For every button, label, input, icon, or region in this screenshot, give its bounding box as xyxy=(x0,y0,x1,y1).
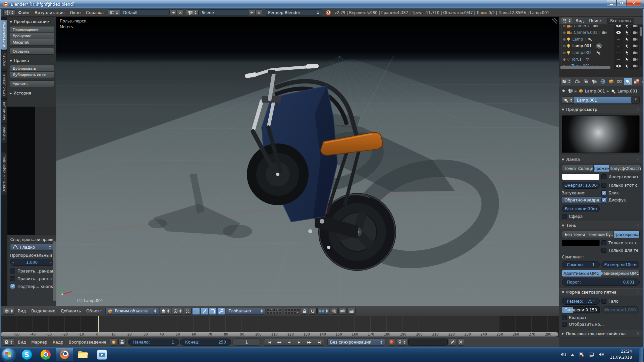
jump-to-start-button[interactable]: |◀ xyxy=(264,339,274,346)
spot-size-slider[interactable]: Размер:75° xyxy=(562,298,600,305)
outliner-row-lamp.001[interactable]: ⊕Lamp.001| xyxy=(559,43,639,49)
layer-cell[interactable] xyxy=(267,311,270,314)
taskbar-app-skype[interactable]: S xyxy=(18,348,36,361)
delete-scene-button[interactable]: × xyxy=(255,9,262,16)
shelf-panel-header-история[interactable]: ▶История⠿ xyxy=(7,89,56,97)
diffuse-checkbox[interactable] xyxy=(601,197,606,202)
opengl-render-button[interactable] xyxy=(338,308,347,315)
lamp-type-солнце[interactable]: Солнце xyxy=(578,165,594,172)
shelf-panel-header-преобразование[interactable]: ▼Преобразование⠿ xyxy=(7,18,56,25)
selectability-toggle[interactable] xyxy=(623,63,631,69)
translate-manipulator-button[interactable] xyxy=(201,308,208,315)
renderability-toggle[interactable] xyxy=(631,49,639,56)
shadow-color-swatch[interactable] xyxy=(562,240,600,246)
delete-layout-button[interactable]: × xyxy=(177,9,184,16)
minimize-button[interactable] xyxy=(607,0,616,6)
specular-checkbox[interactable] xyxy=(601,190,606,195)
expand-icon[interactable]: ⊕ xyxy=(563,58,566,61)
mode-dropdown[interactable]: Режим объекта xyxy=(105,308,159,315)
next-keyframe-button[interactable]: ▶▶ xyxy=(304,339,314,346)
lamp-type-прожект[interactable]: Прожект xyxy=(594,165,609,172)
soft-size-slider[interactable]: ◂Размер м:10cm▸ xyxy=(601,261,639,268)
outliner-hscrollbar[interactable] xyxy=(560,66,610,69)
shelf-button-масштаб[interactable]: Масштаб xyxy=(10,39,54,46)
shadows-only-checkbox[interactable] xyxy=(601,248,606,253)
renderability-toggle[interactable] xyxy=(631,36,639,43)
energy-slider[interactable]: ◂Энергия: 1.000▸ xyxy=(562,182,600,189)
visibility-toggle[interactable] xyxy=(614,56,623,63)
lock-to-scene-button[interactable] xyxy=(301,308,308,315)
data-crumb-label[interactable]: Lamp.001 xyxy=(618,89,638,94)
keying-set-field[interactable] xyxy=(408,339,448,346)
hidden-icons-button[interactable] xyxy=(571,353,575,356)
properties-editor-selector[interactable] xyxy=(560,78,572,85)
edit-space-checkbox[interactable] xyxy=(10,276,15,281)
current-frame-indicator[interactable] xyxy=(98,316,99,332)
current-frame-field[interactable]: 1 xyxy=(232,339,261,346)
clock[interactable]: 22:24 11.09.2018 xyxy=(610,349,632,360)
snap-target-button[interactable] xyxy=(330,308,338,315)
scene-field[interactable]: Scene xyxy=(199,9,248,16)
taskbar-app-movie-maker[interactable] xyxy=(93,348,111,361)
play-reverse-button[interactable]: ◀ xyxy=(284,339,294,346)
add-layout-button[interactable]: + xyxy=(170,9,177,16)
properties-tab-scene[interactable] xyxy=(590,78,598,85)
shadow-mode-без-теней[interactable]: Без теней xyxy=(562,231,588,238)
lamp-type-полусф[interactable]: Полусф xyxy=(609,165,625,172)
selectability-toggle[interactable] xyxy=(623,43,631,49)
view3d-menu-добавить[interactable]: Добавить xyxy=(58,309,84,313)
tool-tab-отношения[interactable]: Отношения xyxy=(1,72,7,99)
confirm-buttons-checkbox[interactable] xyxy=(10,284,15,289)
pivot-align-toggle[interactable] xyxy=(184,308,192,315)
layer-cell[interactable] xyxy=(290,308,293,311)
record-button[interactable] xyxy=(388,339,395,346)
3d-viewport[interactable]: Польз.-персп. Meters (1) Lamp.001 xyxy=(56,17,559,306)
distance-slider[interactable]: ◂Расстояни:30m▸ xyxy=(562,205,600,212)
pivot-dropdown[interactable] xyxy=(172,308,183,315)
fake-user-button[interactable]: F xyxy=(632,97,640,104)
visibility-toggle[interactable] xyxy=(614,36,623,43)
preview-range-button[interactable] xyxy=(110,339,117,346)
layer-cell[interactable] xyxy=(279,311,282,314)
properties-tab-constraints[interactable] xyxy=(615,78,624,85)
object-name[interactable]: Lamp xyxy=(572,37,583,42)
layer-cell[interactable] xyxy=(287,308,290,311)
tool-tab-анимация[interactable]: Анимация xyxy=(1,99,7,123)
preview-panel-header[interactable]: ▼Предпросмотр⠿ xyxy=(559,106,643,113)
sync-dropdown[interactable]: Без синхронизации xyxy=(327,339,385,346)
info-menu-файл[interactable]: Файл xyxy=(15,10,32,15)
shelf-button-перемещение[interactable]: Перемещение xyxy=(10,26,54,33)
selectability-toggle[interactable] xyxy=(623,36,631,43)
visibility-toggle[interactable] xyxy=(614,49,623,56)
shadow-this-layer-checkbox[interactable] xyxy=(601,240,606,245)
add-scene-button[interactable]: + xyxy=(248,9,255,16)
outliner-row-camera[interactable]: ⊕Camera| xyxy=(559,25,639,29)
shelf-button-отразить[interactable]: Отразить xyxy=(10,48,54,55)
action-center-icon[interactable] xyxy=(579,352,584,357)
timeline-menu-маркер[interactable]: Маркер xyxy=(29,340,50,345)
shelf-button-дублировать-со-св-[interactable]: Дублировать со св... xyxy=(10,72,54,78)
negative-checkbox[interactable] xyxy=(601,174,606,179)
layer-cell[interactable] xyxy=(273,308,276,311)
expand-icon[interactable]: ⊕ xyxy=(563,51,566,55)
layer-cell[interactable] xyxy=(279,308,282,311)
rotate-manipulator-button[interactable] xyxy=(209,308,217,315)
scale-manipulator-button[interactable] xyxy=(217,308,225,315)
lamp-panel-header[interactable]: ▼Лампа⠿ xyxy=(559,156,643,163)
opengl-anim-button[interactable] xyxy=(347,308,356,315)
timeline-editor-selector[interactable] xyxy=(3,339,14,346)
keyboard-language[interactable]: RU xyxy=(560,352,566,357)
snap-toggle-button[interactable] xyxy=(309,308,317,315)
tool-tab-инструменты[interactable]: Инструменты xyxy=(1,19,7,50)
object-name[interactable]: Camera xyxy=(574,25,589,28)
sphere-checkbox[interactable] xyxy=(562,214,567,219)
threshold-slider[interactable]: Порог:0.001 xyxy=(562,279,640,286)
object-name[interactable]: Torus xyxy=(572,57,582,62)
viewport-shading-dropdown[interactable] xyxy=(160,308,171,315)
expand-icon[interactable]: ⊕ xyxy=(563,38,566,41)
layers-grid-2[interactable] xyxy=(284,308,299,314)
selectability-toggle[interactable] xyxy=(623,29,631,36)
outliner-editor-selector[interactable] xyxy=(561,17,572,24)
outliner-menu-вид[interactable]: Вид xyxy=(573,18,586,23)
renderability-toggle[interactable] xyxy=(631,63,639,69)
